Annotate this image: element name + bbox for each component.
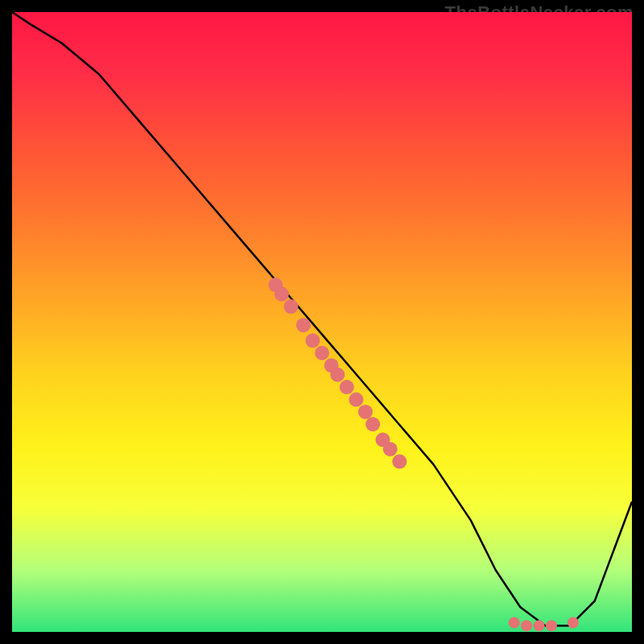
data-marker [383, 442, 398, 456]
data-marker [275, 287, 289, 301]
data-marker [521, 620, 532, 631]
data-marker [546, 620, 557, 631]
line-markers-group [268, 278, 407, 469]
data-marker [340, 380, 354, 394]
data-marker [296, 318, 311, 332]
data-marker [284, 299, 299, 314]
bottom-markers-group [509, 617, 579, 632]
bottleneck-curve-line [12, 12, 632, 625]
data-marker [534, 620, 545, 631]
chart-container: TheBottleNecker.com [12, 12, 632, 632]
data-marker [349, 392, 363, 407]
data-marker [509, 617, 520, 629]
data-marker [358, 405, 373, 419]
data-marker [305, 333, 320, 348]
data-marker [568, 617, 579, 629]
chart-svg [12, 12, 632, 632]
data-marker [392, 454, 407, 469]
data-marker [365, 417, 380, 431]
data-marker [315, 346, 329, 361]
data-marker [330, 367, 345, 382]
